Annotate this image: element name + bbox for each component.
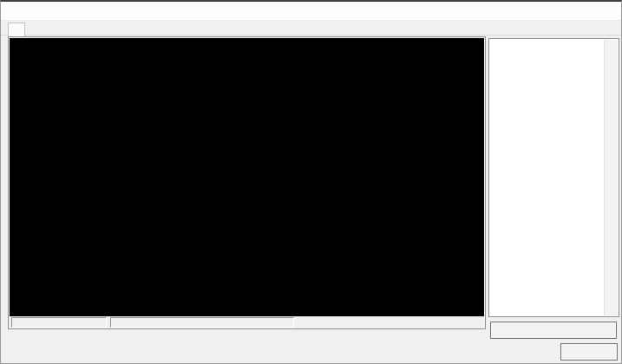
min-max-readout <box>110 317 294 328</box>
dialog-window <box>0 0 622 364</box>
plot-status-bar <box>10 317 484 328</box>
view-option-button[interactable] <box>490 322 617 339</box>
tab-waveform[interactable] <box>8 23 25 36</box>
close-button[interactable] <box>560 343 618 361</box>
window-close-button[interactable] <box>598 3 613 18</box>
title-bar <box>1 2 621 21</box>
waveform-chart[interactable] <box>10 38 484 316</box>
signal-tree-panel <box>488 38 619 317</box>
tree-scrollbar[interactable] <box>604 40 618 315</box>
plot-area[interactable] <box>10 38 484 316</box>
waveform-plot-panel <box>8 36 486 329</box>
cursor-position-readout <box>11 317 107 328</box>
tab-strip <box>1 21 621 36</box>
